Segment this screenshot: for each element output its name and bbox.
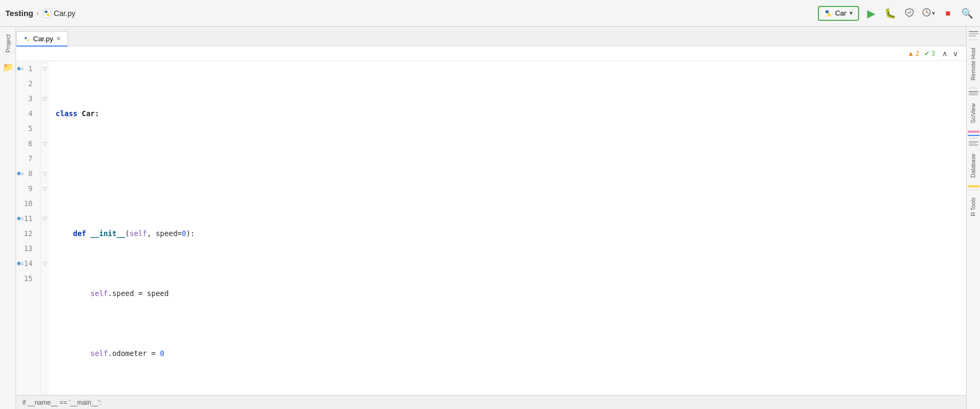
code-content[interactable]: class Car: def __init__(self, speed=0): … [49, 61, 966, 395]
line-num-3: 3 [16, 91, 36, 106]
check-icon: ✔ [924, 50, 930, 57]
profiler-icon [922, 7, 931, 19]
breadcrumb: Testing › Car.py [5, 9, 75, 18]
code-hints-bar: ▲ 2 ✔ 3 ∧ ∨ [16, 46, 966, 61]
run-config-button[interactable]: Car ▼ [818, 6, 859, 21]
fold-6[interactable]: ▽ [41, 136, 49, 151]
fold-9[interactable]: ▽ [41, 181, 49, 196]
code-line-2 [56, 166, 966, 181]
sidebar-item-sciview[interactable]: SciView [970, 97, 977, 130]
svg-rect-0 [43, 9, 51, 18]
indent-4 [56, 286, 90, 301]
search-icon: 🔍 [961, 7, 973, 19]
tab-car-py[interactable]: Car.py ✕ [16, 31, 68, 46]
toolbar: Testing › Car.py Car ▼ [0, 0, 980, 27]
sidebar-item-database[interactable]: Database [970, 147, 977, 184]
line-num-13: 13 [16, 241, 36, 256]
fold-4 [41, 106, 49, 121]
dropdown-arrow-icon: ▼ [848, 10, 854, 16]
breadcrumb-root[interactable]: Testing [5, 9, 33, 18]
ok-number: 3 [931, 50, 935, 57]
fold-3[interactable]: ▽ [41, 91, 49, 106]
svg-rect-7 [827, 12, 829, 12]
code-line-5: self.odometer = 0 [56, 346, 966, 361]
fn-init: __init__ [90, 226, 125, 241]
code-line-3: def __init__(self, speed=0): [56, 226, 966, 241]
search-button[interactable]: 🔍 [960, 6, 975, 21]
sidebar-folder-icon[interactable]: 📁 [3, 62, 13, 72]
editor-area: Car.py ✕ ▲ 2 ✔ 3 ∧ ∨ [16, 27, 966, 409]
status-bar: if __name__ == '__main__': [16, 395, 966, 409]
profiler-button[interactable]: ▼ [921, 6, 936, 21]
sidebar-item-rtools[interactable]: R Tools [970, 191, 977, 223]
line-num-4: 4 [16, 106, 36, 121]
code-editor[interactable]: ●↓ 1 2 3 4 5 6 7 ●↓ 8 [16, 61, 966, 395]
fold-8[interactable]: ▽ [41, 166, 49, 181]
keyword-class: class [56, 106, 82, 121]
line-num-14: ●↓ 14 [16, 256, 36, 271]
play-icon: ▶ [867, 7, 875, 20]
code-line-4: self.speed = speed [56, 286, 966, 301]
breadcrumb-file: Car.py [42, 9, 75, 18]
coverage-button[interactable] [902, 6, 917, 21]
tab-label: Car.py [33, 35, 53, 43]
line-14-icon: ●↓ [17, 256, 24, 271]
hints-next-button[interactable]: ∨ [951, 49, 960, 58]
fold-2 [41, 76, 49, 91]
hints-prev-button[interactable]: ∧ [940, 49, 949, 58]
line-num-2: 2 [16, 76, 36, 91]
line-num-8: ●↓ 8 [16, 166, 36, 181]
keyword-def-3: def [73, 226, 91, 241]
profiler-dropdown-icon: ▼ [931, 11, 936, 16]
svg-point-10 [25, 37, 27, 39]
svg-rect-4 [46, 14, 48, 15]
sidebar-item-project[interactable]: Project [5, 29, 11, 58]
fold-1[interactable]: ▽ [41, 61, 49, 76]
python-file-icon [42, 9, 52, 18]
run-config-label: Car [835, 9, 846, 17]
tab-active-indicator [17, 46, 67, 47]
sidebar-item-remote-host[interactable]: Remote Host [970, 41, 977, 87]
code-line-1: class Car: [56, 106, 966, 121]
tab-close-button[interactable]: ✕ [56, 36, 61, 42]
line-num-9: 9 [16, 181, 36, 196]
debug-button[interactable]: 🐛 [883, 6, 898, 21]
stop-icon: ■ [945, 9, 951, 18]
main-area: Project 📁 Car.py ✕ ▲ 2 ✔ 3 [0, 27, 980, 409]
indent-3 [56, 226, 73, 241]
line-num-6: 6 [16, 136, 36, 151]
sidebar-divider-4 [969, 190, 978, 190]
line-11-icon: ●↓ [17, 211, 24, 226]
breadcrumb-separator: › [36, 9, 39, 17]
line-num-12: 12 [16, 226, 36, 241]
svg-rect-3 [46, 12, 48, 12]
right-sidebar: Remote Host SciView Database R Tools [966, 27, 980, 409]
fold-11[interactable]: ▽ [41, 211, 49, 226]
svg-point-11 [27, 39, 29, 41]
line-1-icon: ●↓ [17, 61, 24, 76]
toolbar-actions: Car ▼ ▶ 🐛 [818, 6, 975, 21]
ok-count[interactable]: ✔ 3 [924, 50, 935, 57]
classname-car: Car: [82, 106, 99, 121]
line-8-icon: ●↓ [17, 166, 24, 181]
fold-14[interactable]: ▽ [41, 256, 49, 271]
line-numbers: ●↓ 1 2 3 4 5 6 7 ●↓ 8 [16, 61, 41, 395]
warning-count[interactable]: ▲ 2 [908, 50, 920, 57]
hints-navigation: ∧ ∨ [940, 49, 960, 58]
tabs-bar: Car.py ✕ [16, 27, 966, 46]
python-logo-icon [823, 9, 833, 18]
coverage-icon [905, 7, 914, 19]
line-num-11: ●↓ 11 [16, 211, 36, 226]
stop-button[interactable]: ■ [940, 6, 955, 21]
indent-5 [56, 346, 90, 361]
tab-file-icon [23, 35, 30, 43]
line-num-15: 15 [16, 271, 36, 286]
sidebar-divider-2 [969, 88, 978, 88]
fold-7 [41, 151, 49, 166]
fold-13 [41, 241, 49, 256]
run-button[interactable]: ▶ [863, 6, 878, 21]
breadcrumb-filename: Car.py [54, 9, 75, 18]
fold-15 [41, 271, 49, 286]
warning-triangle-icon: ▲ [908, 50, 914, 57]
fold-gutter: ▽ ▽ ▽ ▽ ▽ ▽ ▽ [41, 61, 49, 395]
